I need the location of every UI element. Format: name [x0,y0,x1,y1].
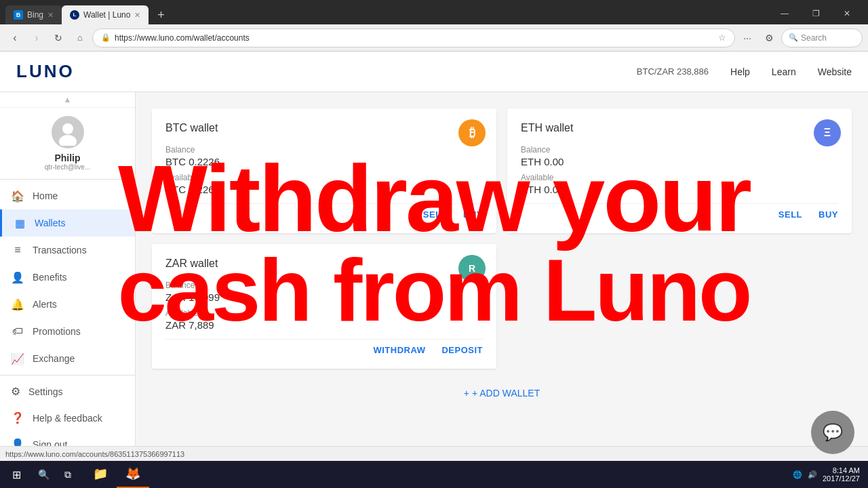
taskbar-network-icon: 🌐 [793,470,802,479]
nav-menu: 🏠 Home ▦ Wallets ≡ Transactions 👤 Benefi… [0,180,135,375]
btc-coin-icon: ₿ [458,119,486,146]
user-name: Philip [54,152,80,163]
help-icon: ❓ [11,411,24,424]
zar-deposit-button[interactable]: DEPOSIT [441,345,483,355]
settings-icon: ⚙ [11,385,20,398]
sidebar-item-exchange[interactable]: 📈 Exchange [0,345,135,372]
zar-available-value: ZAR 7,889 [165,319,483,331]
sidebar-item-wallets[interactable]: ▦ Wallets [0,209,135,237]
sidebar: ▲ Philip qtr-tech@live... [0,92,136,446]
signout-icon: 👤 [11,438,24,446]
url-text: https://www.luno.com/wallet/accounts [115,33,714,43]
transactions-icon: ≡ [11,243,24,257]
taskbar-explorer[interactable]: 📁 [84,461,117,488]
bing-tab-label: Bing [27,10,43,20]
taskbar-search[interactable]: 🔍 [33,461,54,488]
back-button[interactable]: ‹ [5,28,24,47]
search-placeholder: Search [801,33,827,43]
status-bar: https://www.luno.com/accounts/8635113753… [0,446,868,461]
eth-coin-icon: Ξ [814,119,841,146]
new-tab-button[interactable]: + [151,5,170,24]
nav-help[interactable]: Help [730,66,750,77]
start-button[interactable]: ⊞ [0,461,33,488]
zar-balance-value: ZAR 10,999 [165,291,483,303]
avatar [52,116,84,148]
sidebar-bottom: ⚙ Settings ❓ Help & feedback 👤 Sign out [0,375,135,446]
nav-learn[interactable]: Learn [772,66,796,77]
user-profile-section: Philip qtr-tech@live... [0,108,135,180]
luno-tab-close[interactable]: ✕ [134,11,140,20]
sidebar-item-promotions[interactable]: 🏷 Promotions [0,318,135,345]
home-button[interactable]: ⌂ [71,28,90,47]
bing-tab-close[interactable]: ✕ [47,11,54,20]
exchange-icon: 📈 [11,352,24,365]
minimize-button[interactable]: — [769,3,800,24]
tab-luno[interactable]: L Wallet | Luno ✕ [62,5,149,24]
benefits-icon: 👤 [11,270,24,284]
sidebar-item-help[interactable]: ❓ Help & feedback [0,405,135,431]
top-navigation: LUNO BTC/ZAR 238,886 Help Learn Website [0,52,868,92]
btc-available-value: BTC 0.2269 [165,184,483,195]
content-area: BTC wallet ₿ Balance BTC 0.2226 Availabl… [136,92,868,446]
close-window-button[interactable]: ✕ [831,3,863,24]
maximize-button[interactable]: ❐ [800,3,831,24]
luno-tab-label: Wallet | Luno [83,10,130,20]
add-wallet-icon: + [464,388,469,399]
btc-wallet-title: BTC wallet [165,122,483,134]
more-options-button[interactable]: ··· [738,28,757,47]
btc-balance-label: Balance [165,145,483,155]
forward-button[interactable]: › [27,28,46,47]
btc-buy-button[interactable]: BUY [463,209,483,220]
sidebar-item-benefits[interactable]: 👤 Benefits [0,264,135,291]
address-bar[interactable]: 🔒 https://www.luno.com/wallet/accounts ☆ [92,28,735,47]
home-icon: 🏠 [11,189,24,203]
status-url: https://www.luno.com/accounts/8635113753… [5,450,184,458]
taskbar-firefox[interactable]: 🦊 [117,461,149,488]
sidebar-item-signout[interactable]: 👤 Sign out [0,431,135,446]
sidebar-item-settings[interactable]: ⚙ Settings [0,378,135,405]
eth-available-value: ETH 0.00 [521,184,838,195]
ssl-icon: 🔒 [101,33,111,42]
svg-point-1 [59,135,77,146]
windows-taskbar: ⊞ 🔍 ⧉ 📁 🦊 🌐 🔊 8:14 AM 2017/12/27 [0,461,868,488]
add-wallet-label: + ADD WALLET [472,388,540,399]
eth-wallet-card: ETH wallet Ξ Balance ETH 0.00 Available … [507,108,852,233]
eth-wallet-title: ETH wallet [521,122,838,134]
user-email: qtr-tech@live... [45,163,90,171]
luno-logo[interactable]: LUNO [16,61,75,82]
refresh-button[interactable]: ↻ [49,28,68,47]
nav-website[interactable]: Website [818,66,852,77]
promotions-icon: 🏷 [11,325,24,338]
btc-rate: BTC/ZAR 238,886 [637,66,709,77]
btc-available-label: Available [165,173,483,182]
eth-buy-button[interactable]: BUY [818,209,838,220]
scroll-up-indicator[interactable]: ▲ [0,92,135,108]
bing-favicon: B [14,10,23,20]
eth-sell-button[interactable]: SELL [778,209,802,220]
bookmark-icon[interactable]: ☆ [718,33,726,43]
chatbot-bubble[interactable]: 💬 [811,411,854,454]
btc-balance-value: BTC 0.2226 [165,156,483,167]
zar-available-label: Available [165,308,483,318]
add-wallet-button[interactable]: + + ADD WALLET [152,380,852,407]
zar-wallet-card: ZAR wallet R Balance ZAR 10,999 Availabl… [152,244,496,369]
sidebar-item-alerts[interactable]: 🔔 Alerts [0,291,135,318]
tab-bing[interactable]: B Bing ✕ [5,5,62,24]
btc-wallet-card: BTC wallet ₿ Balance BTC 0.2226 Availabl… [152,108,496,233]
search-icon: 🔍 [789,33,798,42]
search-button[interactable]: 🔍 Search [781,28,863,47]
alerts-icon: 🔔 [11,298,24,311]
sidebar-item-home[interactable]: 🏠 Home [0,182,135,209]
extensions-button[interactable]: ⚙ [760,28,778,47]
sidebar-item-transactions[interactable]: ≡ Transactions [0,237,135,264]
eth-balance-value: ETH 0.00 [521,156,838,167]
taskbar-time: 8:14 AM 2017/12/27 [823,466,860,483]
eth-available-label: Available [521,173,838,182]
zar-wallet-title: ZAR wallet [165,258,483,270]
zar-withdraw-button[interactable]: WITHDRAW [373,345,425,355]
zar-coin-icon: R [458,255,486,282]
taskbar-volume-icon: 🔊 [808,470,817,479]
svg-point-0 [62,123,73,134]
taskbar-task-view[interactable]: ⧉ [54,461,81,488]
btc-sell-button[interactable]: SELL [423,209,447,220]
